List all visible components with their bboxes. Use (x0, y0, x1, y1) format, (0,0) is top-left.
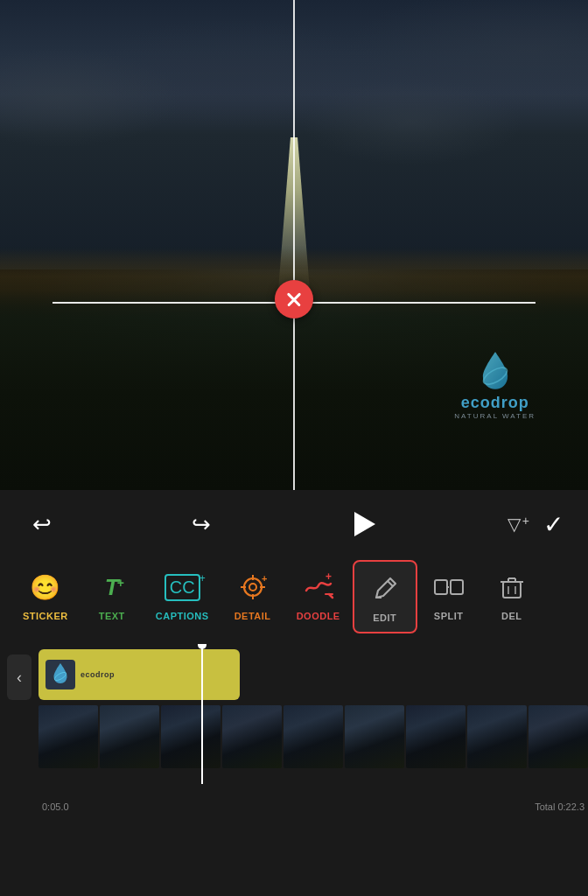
tool-doodle[interactable]: + DOODLE (284, 560, 353, 630)
svg-rect-14 (451, 580, 463, 594)
frame-1 (100, 705, 159, 768)
svg-text:+: + (262, 573, 267, 584)
plus-icon: + (522, 514, 529, 528)
frame-4 (284, 705, 343, 768)
tool-text[interactable]: T+ TEXT (80, 560, 144, 630)
tool-detail[interactable]: + DETAIL (221, 560, 284, 630)
add-icon: ▽ (508, 514, 521, 535)
clip-label: ecodrop (80, 670, 115, 679)
split-icon (430, 569, 467, 606)
tool-edit[interactable]: EDIT (353, 560, 417, 634)
undo-icon: ↩ (32, 511, 52, 538)
redo-icon: ↪ (192, 511, 211, 538)
captions-icon: CC+ (164, 569, 200, 606)
detail-label: DETAIL (234, 611, 271, 621)
detail-icon: + (234, 569, 271, 606)
edit-label: EDIT (373, 612, 396, 623)
frame-3 (222, 705, 282, 768)
frame-5 (345, 705, 404, 768)
tool-captions[interactable]: CC+ CAPTIONS (144, 560, 221, 630)
frames-track (38, 705, 588, 768)
play-icon (354, 512, 375, 536)
doodle-svg-icon: + (303, 571, 334, 603)
text-icon: T+ (94, 569, 130, 606)
clip-track: ecodrop (38, 649, 588, 702)
redo-button[interactable]: ↪ (184, 507, 219, 542)
delete-svg-icon (496, 571, 528, 603)
add-button[interactable]: ▽ + (508, 514, 529, 535)
control-bar: ↩ ↪ ▽ + ✓ (0, 490, 588, 553)
watermark-sub: NATURAL WATER (454, 412, 536, 420)
svg-point-1 (244, 578, 262, 596)
frame-8 (528, 705, 588, 768)
total-time-label: Total 0:22.3 (535, 802, 584, 812)
captions-label: CAPTIONS (156, 611, 209, 621)
delete-icon (494, 569, 530, 606)
undo-button[interactable]: ↩ (24, 507, 60, 542)
svg-rect-13 (435, 580, 447, 594)
tool-delete[interactable]: DEL (480, 560, 543, 630)
video-preview: ecodrop NATURAL WATER (0, 0, 588, 490)
edit-icon (367, 570, 403, 607)
sticker-icon: 😊 (27, 569, 64, 606)
scroll-chevron-icon: ‹ (17, 668, 22, 687)
tools-row: 😊 STICKER T+ TEXT CC+ CAPTIONS (0, 553, 588, 640)
frame-6 (406, 705, 466, 768)
frame-2 (161, 705, 220, 768)
timeline-playhead[interactable] (201, 644, 203, 784)
svg-line-11 (388, 581, 393, 586)
tool-sticker[interactable]: 😊 STICKER (10, 560, 80, 630)
clip-thumbnail (46, 660, 75, 690)
svg-point-2 (249, 584, 256, 591)
play-button[interactable] (343, 504, 383, 544)
edit-svg-icon (369, 573, 401, 605)
clip-item[interactable]: ecodrop (38, 649, 240, 700)
clip-thumb-icon (47, 662, 74, 688)
playhead-line (293, 0, 295, 490)
close-cut-button[interactable] (275, 280, 313, 318)
frame-0 (38, 705, 98, 768)
svg-text:+: + (326, 571, 332, 583)
split-label: SPLIT (434, 611, 464, 621)
confirm-button[interactable]: ✓ (543, 510, 564, 539)
timeline-scroll-button[interactable]: ‹ (7, 654, 32, 700)
current-time-label: 0:05.0 (42, 802, 69, 812)
time-bar: 0:05.0 Total 0:22.3 (38, 802, 588, 812)
doodle-label: DOODLE (297, 611, 340, 621)
split-svg-icon (433, 571, 465, 603)
right-controls: ▽ + ✓ (508, 510, 564, 539)
svg-rect-16 (503, 582, 521, 598)
watermark-logo-icon (473, 348, 517, 392)
sticker-label: STICKER (23, 611, 68, 621)
timeline-area: ‹ ecodrop (0, 644, 588, 819)
text-label: TEXT (99, 611, 125, 621)
delete-label: DEL (501, 611, 522, 621)
toolbar-area: ↩ ↪ ▽ + ✓ 😊 STICKER (0, 490, 588, 896)
frame-7 (467, 705, 527, 768)
check-icon: ✓ (543, 511, 564, 538)
watermark-brand: ecodrop (461, 394, 529, 412)
tool-split[interactable]: SPLIT (417, 560, 480, 630)
detail-svg-icon: + (237, 571, 269, 603)
doodle-icon: + (300, 569, 337, 606)
watermark: ecodrop NATURAL WATER (454, 348, 536, 420)
